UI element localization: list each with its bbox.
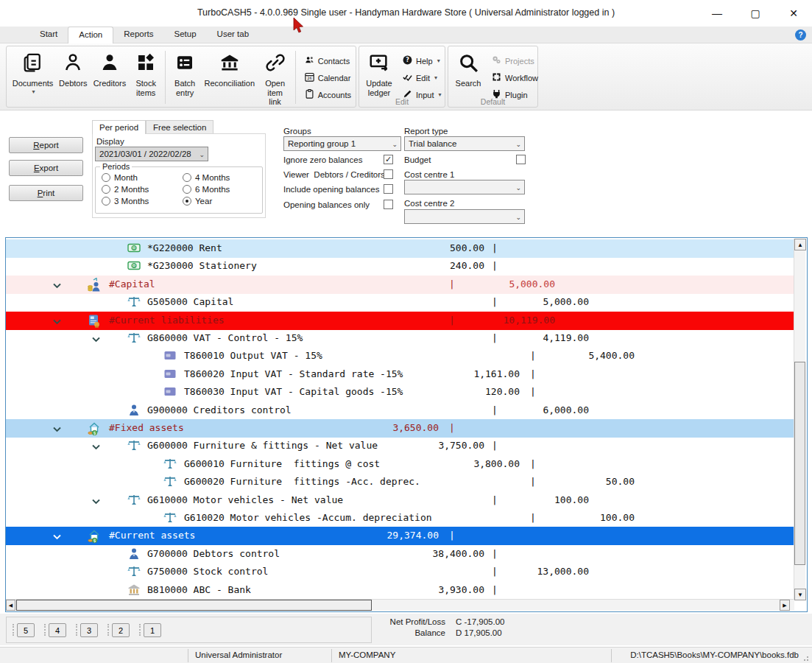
vertical-scrollbar[interactable]: ▲ ▼ [794,239,805,600]
tab-action[interactable]: Action [68,27,113,43]
table-row[interactable]: T860010 Output VAT - 15%|5,400.00 [6,347,794,365]
update-ledger-button[interactable]: Update ledger [362,49,396,99]
creditors-button[interactable]: Creditors [91,49,130,91]
table-row[interactable]: G700000 Debtors control38,400.00| [6,545,794,564]
close-button[interactable]: ✕ [784,4,803,22]
chevron-down-icon[interactable] [92,334,100,345]
tab-free-selection[interactable]: Free selection [146,120,213,134]
page-button-2[interactable]: 2 [107,623,130,637]
page-button-1[interactable]: 1 [139,623,161,637]
tab-usertab[interactable]: User tab [207,27,259,43]
capital-icon [87,278,102,294]
page-button-4[interactable]: 4 [44,623,66,637]
tab-start[interactable]: Start [29,27,68,43]
tab-reports[interactable]: Reports [113,27,163,43]
credit-amount: 50.00 [540,476,635,487]
export-button[interactable]: Export [9,160,83,176]
account-label: G610020 Motor vehicles -Accum. depreciat… [184,512,432,523]
batch-entry-button[interactable]: Batch entry [168,49,202,99]
budget-checkbox[interactable] [516,155,526,164]
ignore-zero-label: Ignore zero balances [283,155,362,164]
cost-centre-2-label: Cost centre 2 [404,199,454,208]
calendar-button[interactable]: 26 Calendar [301,71,354,85]
print-button[interactable]: Print [9,185,83,201]
ignore-zero-checkbox[interactable]: ✓ [384,155,393,164]
radio-3-months[interactable]: 3 Months [102,197,149,206]
chevron-down-icon[interactable] [53,316,61,327]
report-type-select[interactable]: Trial balance⌄ [404,136,525,151]
table-row[interactable]: $#Current assets29,374.00| [6,527,794,545]
table-row[interactable]: 0*G220000 Rent500.00| [6,239,794,258]
table-row[interactable]: G600010 Furniture fittings @ cost3,800.0… [6,455,794,474]
table-row[interactable]: T860030 Input VAT - Capital goods -15%12… [6,383,794,401]
include-opening-checkbox[interactable] [384,184,393,194]
radio-year[interactable]: Year [183,197,212,206]
cost-centre-2-select[interactable]: ⌄ [404,209,525,224]
help-button[interactable]: ? Help▾ [399,54,444,68]
maximize-button[interactable]: ▢ [746,4,765,22]
display-select[interactable]: 2021/03/01 / 2022/02/28⌄ [95,147,208,161]
resize-grip-icon[interactable] [803,654,811,662]
table-row[interactable]: G505000 Capital|5,000.00 [6,293,794,312]
chevron-down-icon[interactable] [53,280,61,291]
reconciliation-button[interactable]: Reconciliation [202,49,257,91]
table-row[interactable]: T860020 Input VAT - Standard rate -15%1,… [6,365,794,384]
table-row[interactable]: #Current liabilities|10,119.00 [6,312,794,330]
page-button-3[interactable]: 3 [76,623,98,637]
table-row[interactable]: G860000 VAT - Control - 15%|4,119.00 [6,329,794,348]
chevron-down-icon[interactable] [53,424,61,435]
table-row[interactable]: G600000 Furniture & fittings - Net value… [6,437,794,455]
radio-month[interactable]: Month [102,173,138,182]
edit-button[interactable]: Edit▾ [399,71,444,85]
accounts-button[interactable]: Accounts [301,88,354,102]
mouse-cursor-icon [293,18,305,38]
assets-icon: $ [87,421,102,438]
radio-2-months[interactable]: 2 Months [102,185,149,194]
search-button[interactable]: Search [451,49,485,91]
account-label: #Fixed assets [109,422,184,433]
documents-button[interactable]: Documents ▾ [10,49,56,97]
tab-per-period[interactable]: Per period [92,120,146,134]
groups-select[interactable]: Reporting group 1⌄ [283,136,401,151]
table-row[interactable]: G600020 Furniture fittings -Acc. deprec.… [6,473,794,491]
horizontal-scroll-thumb[interactable] [16,600,372,611]
account-label: *G220000 Rent [147,242,222,253]
cost-centre-1-select[interactable]: ⌄ [404,180,525,194]
table-row[interactable]: #Capital|5,000.00 [6,276,794,294]
scroll-up-icon[interactable]: ▲ [794,239,806,250]
scroll-left-icon[interactable]: ◀ [6,600,15,611]
menu-bar: Start Action Reports Setup User tab ? [0,27,812,43]
radio-6-months[interactable]: 6 Months [183,185,230,194]
opening-only-checkbox[interactable] [384,200,393,209]
table-row[interactable]: G610020 Motor vehicles -Accum. depreciat… [6,509,794,527]
minimize-button[interactable]: — [707,4,727,22]
stock-items-button[interactable]: Stock items [129,49,163,99]
table-row[interactable]: G610000 Motor vehicles - Net value|100.0… [6,491,794,510]
report-button[interactable]: Report [9,137,83,153]
debtors-button[interactable]: Debtors [56,49,91,91]
horizontal-scrollbar[interactable]: ◀ ▶ [6,599,794,611]
chevron-down-icon[interactable] [92,441,100,452]
radio-4-months[interactable]: 4 Months [183,173,230,182]
tax-icon [163,368,177,382]
open-item-link-button[interactable]: Open item link [257,49,292,109]
chevron-down-icon[interactable] [92,496,100,507]
chevron-down-icon[interactable] [53,531,61,542]
viewer-debtors-checkbox[interactable] [384,169,393,179]
tab-setup[interactable]: Setup [164,27,207,43]
page-button-5[interactable]: 5 [13,623,35,637]
scroll-right-icon[interactable]: ▶ [780,600,790,611]
display-label: Display [96,137,124,146]
projects-button[interactable]: Projects [488,54,541,68]
table-row[interactable]: $#Fixed assets3,650.00| [6,419,794,438]
scale-icon [127,439,141,454]
table-row[interactable]: G900000 Creditors control|6,000.00 [6,401,794,420]
workflow-button[interactable]: Workflow [488,71,541,85]
scroll-down-icon[interactable]: ▼ [794,589,806,600]
vertical-scroll-thumb[interactable] [794,362,805,565]
table-row[interactable]: G750000 Stock control|13,000.00 [6,563,794,581]
contacts-button[interactable]: Contacts [301,54,354,68]
table-row[interactable]: 0*G230000 Stationery240.00| [6,257,794,276]
help-icon[interactable]: ? [795,29,806,41]
table-row[interactable]: B810000 ABC - Bank3,930.00| [6,581,794,600]
